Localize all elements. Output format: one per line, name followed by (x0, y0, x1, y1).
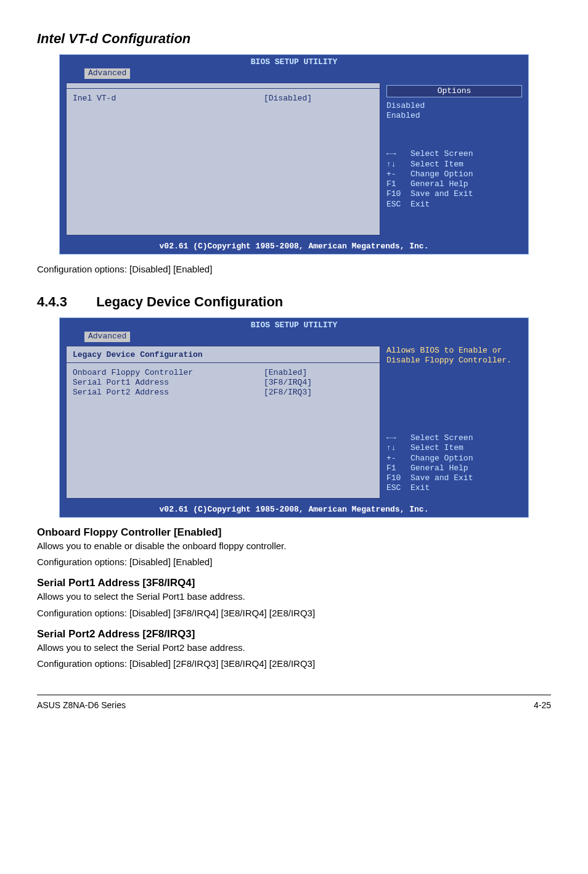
bios-box-1: BIOS SETUP UTILITY Advanced Inel VT-d [D… (59, 54, 529, 255)
bios-tab-advanced[interactable]: Advanced (84, 68, 130, 78)
sp2-opts: Configuration options: [Disabled] [2F8/I… (37, 658, 551, 670)
section-title-vtd: Intel VT-d Configuration (37, 31, 551, 47)
footer-right: 4-25 (534, 700, 551, 710)
sp1-opts: Configuration options: [Disabled] [3F8/I… (37, 607, 551, 619)
bios-title: BIOS SETUP UTILITY (60, 318, 528, 332)
bios-copyright: v02.61 (C)Copyright 1985-2008, American … (60, 240, 528, 254)
bios-keys: ←→ Select Screen ↑↓ Select Item +- Chang… (386, 149, 522, 210)
bios-tabrow: Advanced (60, 332, 528, 345)
bios-row-serial1[interactable]: Serial Port1 Address [3F8/IRQ4] (73, 378, 374, 388)
bios-right-panel: Options Disabled Enabled ←→ Select Scree… (386, 83, 522, 235)
bios-box-2: BIOS SETUP UTILITY Advanced Legacy Devic… (59, 317, 529, 518)
bios-tab-advanced[interactable]: Advanced (84, 332, 130, 341)
bios-row-value: [Enabled] (264, 368, 307, 378)
footer: ASUS Z8NA-D6 Series 4-25 (37, 700, 551, 710)
options-header: Options (386, 85, 522, 97)
bios-row-label: Serial Port2 Address (73, 388, 264, 398)
bios-row-serial2[interactable]: Serial Port2 Address [2F8/IRQ3] (73, 388, 374, 398)
bios-copyright: v02.61 (C)Copyright 1985-2008, American … (60, 504, 528, 517)
bios-left-panel: Inel VT-d [Disabled] (66, 83, 380, 235)
bios-title: BIOS SETUP UTILITY (60, 55, 528, 68)
bios-left-heading: Legacy Device Configuration (73, 350, 374, 360)
sp2-heading: Serial Port2 Address [2F8/IRQ3] (37, 628, 551, 640)
config-options-1: Configuration options: [Disabled] [Enabl… (37, 263, 551, 276)
bios-tabrow: Advanced (60, 68, 528, 82)
option-enabled: Enabled (386, 111, 522, 121)
section-4-4-3: 4.4.3 Legacy Device Configuration (37, 294, 551, 310)
footer-separator (37, 695, 551, 695)
bios-left-panel: Legacy Device Configuration Onboard Flop… (66, 346, 380, 499)
ofc-heading: Onboard Floppy Controller [Enabled] (37, 526, 551, 539)
bios-right-panel: Allows BIOS to Enable or Disable Floppy … (386, 346, 522, 499)
footer-left: ASUS Z8NA-D6 Series (37, 700, 126, 710)
bios-row-value: [3F8/IRQ4] (264, 378, 312, 388)
section-number: 4.4.3 (37, 294, 92, 310)
sp1-desc: Allows you to select the Serial Port1 ba… (37, 590, 551, 603)
bios-row-label: Onboard Floppy Controller (73, 368, 264, 378)
bios-row-value: [Disabled] (264, 94, 312, 104)
bios-row-label: Inel VT-d (73, 94, 264, 104)
bios-row-floppy[interactable]: Onboard Floppy Controller [Enabled] (73, 368, 374, 378)
sp2-desc: Allows you to select the Serial Port2 ba… (37, 642, 551, 654)
bios-keys: ←→ Select Screen ↑↓ Select Item +- Chang… (386, 433, 522, 494)
bios-row-value: [2F8/IRQ3] (264, 388, 312, 398)
ofc-desc: Allows you to enable or disable the onbo… (37, 540, 551, 552)
bios-row-label: Serial Port1 Address (73, 378, 264, 388)
bios-help-text: Allows BIOS to Enable or Disable Floppy … (386, 346, 522, 366)
option-disabled: Disabled (386, 101, 522, 111)
bios-row-vtd[interactable]: Inel VT-d [Disabled] (73, 94, 374, 104)
section-title-legacy: Legacy Device Configuration (96, 294, 283, 309)
sp1-heading: Serial Port1 Address [3F8/IRQ4] (37, 577, 551, 589)
ofc-opts: Configuration options: [Disabled] [Enabl… (37, 556, 551, 568)
